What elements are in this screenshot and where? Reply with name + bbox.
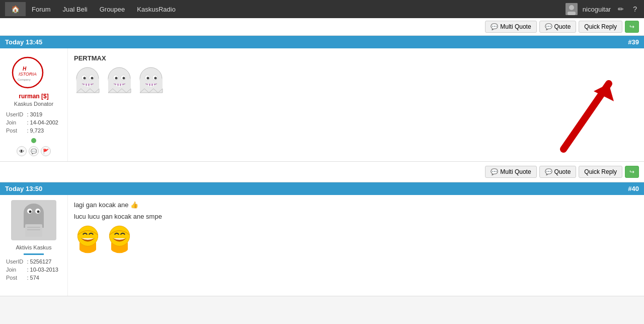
- post-40-header: Today 13:50 #40: [0, 182, 644, 195]
- svg-point-44: [29, 211, 32, 213]
- quote-icon-39: 💬: [545, 168, 552, 175]
- laugh-emoji-1: [74, 224, 102, 252]
- share-icon-39: ↪: [629, 168, 634, 175]
- nav-username: nicoguitar: [583, 6, 611, 13]
- post-40-content: lagi gan kocak ane 👍 lucu lucu gan kocak…: [68, 195, 644, 296]
- post-40-username[interactable]: Aktivis Kaskus: [5, 244, 62, 250]
- post-40-text2: lucu lucu gan kocak ane smpe: [74, 213, 638, 220]
- top-quickreply-button[interactable]: Quick Reply: [579, 21, 622, 33]
- help-icon: ?: [633, 5, 637, 13]
- badge-report[interactable]: 🚩: [41, 146, 51, 156]
- post-39: Today 13:45 #39 H ISTORIA Company rurm: [0, 36, 644, 182]
- post-39-user-badges: 👁 💬 🚩: [5, 146, 62, 156]
- edit-icon-button[interactable]: ✏: [616, 3, 626, 15]
- svg-point-51: [77, 226, 98, 246]
- nav-link-forum[interactable]: Forum: [26, 3, 57, 16]
- top-share-button[interactable]: ↪: [625, 21, 639, 33]
- post-40-avatar: [11, 200, 56, 240]
- quote-icon-top: 💬: [545, 23, 552, 30]
- post-39-username[interactable]: rurman [$]: [5, 93, 62, 100]
- post-40-level-bar: [24, 253, 44, 255]
- post-39-actions: 💬 Multi Quote 💬 Quote Quick Reply ↪: [0, 162, 644, 182]
- edit-icon: ✏: [618, 5, 624, 13]
- share-icon-top: ↪: [629, 23, 634, 30]
- post-40: Today 13:50 #40: [0, 182, 644, 296]
- ghost-emoji-2: [106, 67, 133, 95]
- post-39-user-sidebar: H ISTORIA Company rurman [$] Kaskus Dona…: [0, 48, 68, 161]
- laugh-emoji-2: [106, 224, 133, 252]
- top-action-bar: 💬 Multi Quote 💬 Quote Quick Reply ↪: [0, 18, 644, 36]
- svg-rect-46: [25, 224, 42, 237]
- multiquote-icon-39: 💬: [491, 168, 498, 175]
- svg-point-15: [91, 77, 94, 80]
- post-40-text1: lagi gan kocak ane 👍: [74, 201, 638, 209]
- svg-point-34: [147, 77, 149, 80]
- svg-point-25: [123, 77, 125, 80]
- post-39-content: PERTMAX: [68, 48, 644, 161]
- svg-point-35: [154, 77, 157, 80]
- top-quote-button[interactable]: 💬 Quote: [539, 21, 577, 33]
- post-39-header: Today 13:45 #39: [0, 36, 644, 48]
- svg-point-24: [115, 77, 118, 80]
- post-39-share-button[interactable]: ↪: [625, 166, 639, 178]
- svg-point-54: [109, 226, 129, 246]
- post-40-avatar-container: [5, 200, 62, 240]
- multiquote-icon: 💬: [491, 23, 498, 30]
- user-logo: H ISTORIA Company: [5, 53, 62, 93]
- svg-text:H: H: [23, 66, 27, 72]
- badge-eye[interactable]: 👁: [17, 146, 27, 156]
- help-icon-button[interactable]: ?: [631, 3, 639, 15]
- post-39-multiquote-button[interactable]: 💬 Multi Quote: [485, 166, 536, 178]
- post-40-body: Aktivis Kaskus UserID : 5256127 Join : 1…: [0, 195, 644, 296]
- ghost-emoji-1: [74, 67, 102, 95]
- badge-chat[interactable]: 💬: [29, 146, 39, 156]
- nav-right-section: nicoguitar ✏ ?: [566, 3, 639, 15]
- post-40-user-info: UserID : 5256127 Join : 10-03-2013 Post …: [5, 257, 62, 282]
- nav-link-kaskusradio[interactable]: KaskusRadio: [131, 3, 182, 16]
- post-40-number: #40: [628, 185, 639, 192]
- home-button[interactable]: 🏠: [5, 2, 26, 16]
- svg-point-14: [84, 77, 86, 80]
- post-39-number: #39: [628, 38, 639, 46]
- nav-link-groupee[interactable]: Groupee: [94, 3, 131, 16]
- svg-point-1: [569, 5, 574, 10]
- online-indicator: [31, 138, 36, 143]
- post-39-content-label: PERTMAX: [74, 54, 638, 62]
- svg-text:ISTORIA: ISTORIA: [19, 72, 37, 77]
- post-40-user-sidebar: Aktivis Kaskus UserID : 5256127 Join : 1…: [0, 195, 68, 296]
- historia-logo: H ISTORIA Company: [9, 53, 59, 91]
- post-39-body: H ISTORIA Company rurman [$] Kaskus Dona…: [0, 48, 644, 162]
- ghost-emoji-3: [137, 67, 165, 95]
- post-39-user-info: UserID : 3019 Join : 14-04-2002 Post : 9…: [5, 110, 62, 135]
- post-40-emojis: [74, 224, 638, 252]
- post-40-timestamp: Today 13:50: [5, 185, 42, 192]
- top-multiquote-button[interactable]: 💬 Multi Quote: [485, 21, 536, 33]
- post-39-quickreply-button[interactable]: Quick Reply: [579, 166, 622, 178]
- svg-rect-2: [568, 12, 576, 15]
- home-icon: 🏠: [11, 5, 20, 13]
- user-avatar-small: [566, 3, 578, 15]
- post-39-timestamp: Today 13:45: [5, 38, 42, 46]
- post-39-user-title: Kaskus Donator: [5, 101, 62, 107]
- svg-text:Company: Company: [18, 78, 31, 81]
- top-navigation: 🏠 Forum Jual Beli Groupee KaskusRadio ni…: [0, 0, 644, 18]
- post-39-emojis: [74, 67, 638, 95]
- svg-point-45: [37, 211, 40, 213]
- post-39-quote-button[interactable]: 💬 Quote: [539, 166, 577, 178]
- nav-link-jualbeli[interactable]: Jual Beli: [57, 3, 94, 16]
